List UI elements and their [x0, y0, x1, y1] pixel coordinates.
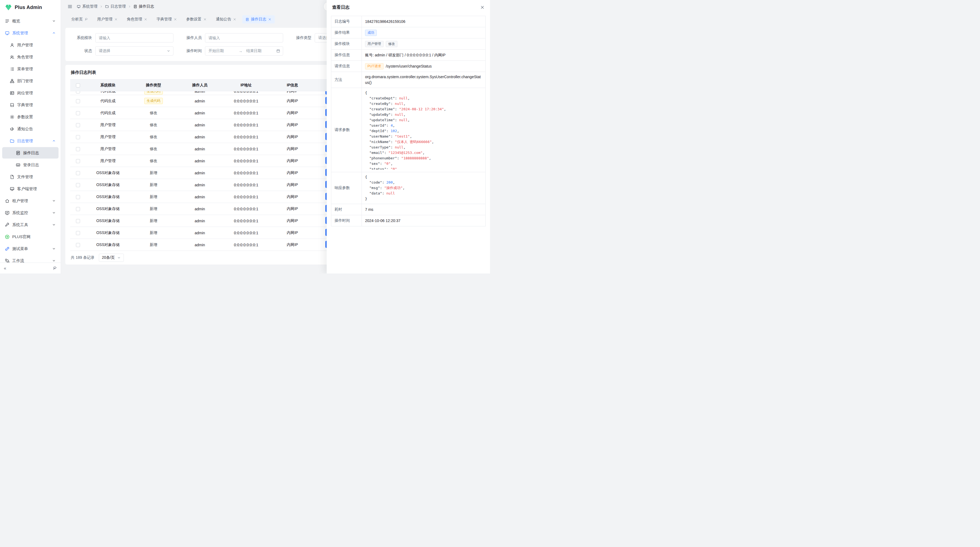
close-icon[interactable] [480, 5, 485, 10]
tab[interactable]: 参数设置 [183, 15, 210, 24]
sidebar-item[interactable]: 测试菜单 [2, 243, 59, 254]
flow-icon [5, 258, 10, 263]
op-type-text: 修改 [150, 135, 158, 139]
tab[interactable]: 字典管理 [153, 15, 180, 24]
tab[interactable]: 分析页 [68, 15, 91, 24]
op-type-text: 新增 [150, 218, 158, 223]
operator-input[interactable] [205, 33, 283, 43]
breadcrumb-item[interactable]: 操作日志 [134, 4, 154, 9]
pin-sidebar-icon[interactable] [53, 266, 57, 270]
collapse-sidebar-icon[interactable]: « [4, 266, 6, 271]
row-checkbox[interactable] [76, 195, 80, 199]
sidebar-item[interactable]: 文件管理 [2, 171, 59, 182]
sidebar-item[interactable]: 工作流 [2, 255, 59, 263]
tab[interactable]: 角色管理 [124, 15, 151, 24]
cell-operator: admin [177, 195, 223, 199]
wrench-icon [5, 223, 10, 227]
request-params-code[interactable]: { "createDept": null, "createBy": null, … [362, 90, 485, 170]
close-tab-icon[interactable] [174, 18, 177, 21]
cell-ip: 0:0:0:0:0:0:0:1 [223, 195, 269, 199]
tab[interactable]: 操作日志 [242, 15, 275, 24]
sidebar-item[interactable]: 客户端管理 [2, 183, 59, 195]
sidebar-item[interactable]: 操作日志 [2, 147, 59, 159]
sidebar-toggle-icon[interactable] [67, 4, 72, 9]
cell-operator: admin [177, 99, 223, 103]
sidebar-item[interactable]: 菜单管理 [2, 63, 59, 75]
sidebar-item-label: 部门管理 [17, 78, 56, 84]
cell-ip: 0:0:0:0:0:0:0:1 [223, 111, 269, 115]
user-icon [10, 43, 14, 48]
field-label: 耗时 [331, 204, 362, 215]
op-type-tag: 生成代码 [144, 98, 163, 104]
pluscircle-icon [5, 234, 10, 239]
field-label: 请求参数 [331, 88, 362, 172]
sidebar-item[interactable]: 角色管理 [2, 51, 59, 63]
row-checkbox[interactable] [76, 183, 80, 187]
page-size-select[interactable]: 20条/页 [99, 254, 124, 262]
file-icon [10, 175, 14, 179]
breadcrumb-item[interactable]: 日志管理 [105, 4, 126, 9]
select-all-checkbox[interactable] [76, 83, 80, 88]
sidebar-item[interactable]: 日志管理 [2, 135, 59, 147]
sidebar-item[interactable]: 系统管理 [2, 27, 59, 39]
cell-type: 新增 [130, 218, 177, 223]
op-type-text: 修改 [150, 159, 158, 163]
row-checkbox[interactable] [76, 207, 80, 211]
row-checkbox[interactable] [76, 91, 80, 93]
breadcrumb-item[interactable]: 系统管理 [77, 4, 97, 9]
chevron-down-icon [52, 199, 56, 203]
cell-ip: 0:0:0:0:0:0:0:1 [223, 135, 269, 139]
result-badge: 成功 [365, 30, 377, 36]
sidebar-item[interactable]: 用户管理 [2, 39, 59, 51]
row-checkbox[interactable] [76, 135, 80, 139]
row-checkbox[interactable] [76, 123, 80, 127]
page-size-value: 20条/页 [102, 255, 115, 260]
sidebar-item-label: 系统管理 [12, 30, 49, 36]
sidebar-item[interactable]: 登录日志 [2, 159, 59, 171]
tab-label: 通知公告 [216, 17, 231, 22]
sidebar-item[interactable]: 租户管理 [2, 195, 59, 206]
close-tab-icon[interactable] [115, 18, 118, 21]
cell-module: OSS对象存储 [86, 242, 130, 247]
cell-ip: 0:0:0:0:0:0:0:1 [223, 123, 269, 127]
row-checkbox[interactable] [76, 231, 80, 235]
sidebar-item-label: 菜单管理 [17, 67, 56, 72]
close-tab-icon[interactable] [233, 18, 236, 21]
cell-module: OSS对象存储 [86, 182, 130, 187]
row-checkbox[interactable] [76, 147, 80, 151]
system-module-input[interactable] [95, 33, 173, 43]
row-checkbox[interactable] [76, 171, 80, 175]
tab[interactable]: 通知公告 [213, 15, 240, 24]
sidebar-item[interactable]: PLUS官网 [2, 231, 59, 242]
row-checkbox[interactable] [76, 99, 80, 103]
close-tab-icon[interactable] [144, 18, 147, 21]
row-checkbox[interactable] [76, 111, 80, 115]
row-checkbox[interactable] [76, 219, 80, 223]
status-select[interactable]: 请选择 [95, 46, 173, 56]
row-checkbox[interactable] [76, 159, 80, 163]
op-time-range-picker[interactable]: 开始日期 → 结束日期 [205, 46, 283, 56]
sidebar-item[interactable]: 参数设置 [2, 111, 59, 123]
sidebar-item[interactable]: 通知公告 [2, 123, 59, 135]
close-tab-icon[interactable] [204, 18, 207, 21]
cell-ipinfo: 内网IP [269, 159, 315, 163]
sidebar-footer: « [0, 263, 61, 273]
column-header: 系统模块 [86, 83, 130, 88]
cell-module: 用户管理 [86, 123, 130, 128]
sidebar-item[interactable]: 字典管理 [2, 99, 59, 111]
cell-type: 修改 [130, 159, 177, 163]
sidebar-menu: 概览系统管理用户管理角色管理菜单管理部门管理岗位管理字典管理参数设置通知公告日志… [0, 15, 61, 263]
total-records: 共 189 条记录 [71, 255, 94, 260]
close-tab-icon[interactable] [268, 18, 271, 21]
sidebar-item-label: 操作日志 [23, 150, 56, 156]
cell-operator: admin [177, 183, 223, 187]
tab[interactable]: 用户管理 [94, 15, 121, 24]
sidebar-item[interactable]: 系统工具 [2, 219, 59, 230]
sidebar-item[interactable]: 概览 [2, 15, 59, 27]
chevron-down-icon [52, 211, 56, 215]
cell-module: OSS对象存储 [86, 218, 130, 223]
sidebar-item[interactable]: 岗位管理 [2, 87, 59, 99]
sidebar-item[interactable]: 系统监控 [2, 207, 59, 218]
row-checkbox[interactable] [76, 243, 80, 247]
sidebar-item[interactable]: 部门管理 [2, 75, 59, 87]
